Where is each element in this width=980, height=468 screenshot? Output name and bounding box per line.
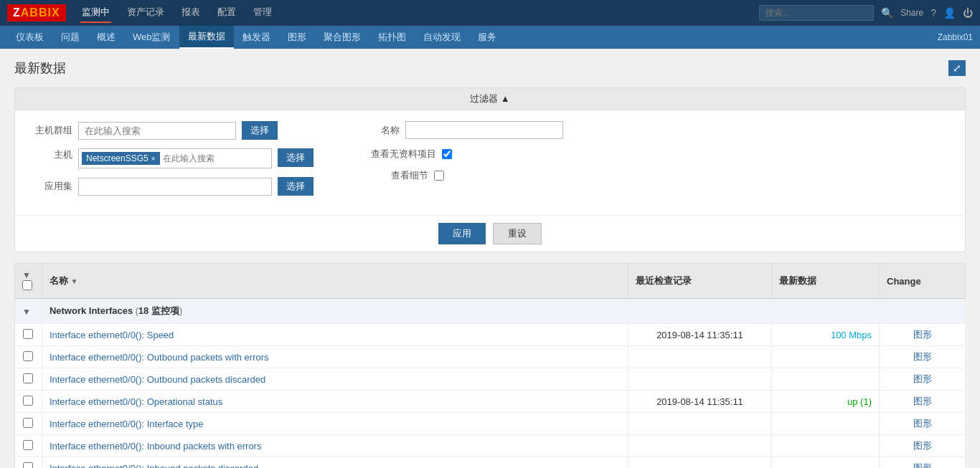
table-row: Interface ethernet0/0(): Inbound packets… (15, 435, 966, 457)
row-checkbox[interactable] (23, 351, 33, 361)
user-icon[interactable]: 👤 (943, 7, 956, 19)
row-name: Interface ethernet0/0(): Operational sta… (42, 391, 628, 413)
row-name-link[interactable]: Interface ethernet0/0(): Inbound packets… (50, 441, 262, 452)
row-change: 图形 (880, 457, 966, 469)
row-value: 100 Mbps (772, 324, 880, 346)
host-group-input[interactable] (78, 122, 236, 140)
tab-services[interactable]: 服务 (469, 27, 505, 48)
row-name-link[interactable]: Interface ethernet0/0(): Operational sta… (50, 396, 222, 407)
help-icon[interactable]: ? (930, 7, 936, 19)
share-button[interactable]: Share (900, 8, 923, 18)
sort-icon[interactable]: ▼ (71, 277, 78, 285)
filter-show-nodata-row: 查看无资料项目 (371, 148, 563, 161)
row-graph-link[interactable]: 图形 (913, 351, 932, 362)
filter-header[interactable]: 过滤器 ▲ (15, 88, 965, 110)
expand-button[interactable]: ⤢ (948, 60, 966, 76)
col-header-change: Change (880, 264, 966, 299)
tab-discovery[interactable]: 自动发现 (415, 27, 469, 48)
tab-screens[interactable]: 聚合图形 (315, 27, 369, 48)
name-input[interactable] (405, 121, 563, 139)
row-change: 图形 (880, 391, 966, 413)
nav-item-admin[interactable]: 管理 (252, 3, 273, 23)
group-name-cell: Network Interfaces (18 监控项) (42, 299, 965, 324)
tab-web[interactable]: Web监测 (124, 27, 179, 48)
tab-triggers[interactable]: 触发器 (234, 27, 279, 48)
row-graph-link[interactable]: 图形 (913, 396, 932, 406)
row-graph-link[interactable]: 图形 (913, 329, 932, 340)
row-value (772, 457, 880, 469)
top-nav-items: 监测中 资产记录 报表 配置 管理 (80, 3, 760, 23)
host-tag: NetscreenSSG5 × (82, 152, 160, 165)
tab-topology[interactable]: 拓扑图 (369, 27, 415, 48)
filter-right-section: 名称 查看无资料项目 查看细节 (371, 121, 563, 182)
filter-actions: 应用 重设 (15, 215, 965, 252)
app-select-button[interactable]: 选择 (278, 177, 314, 196)
row-lastcheck (628, 457, 772, 469)
tab-latest-data[interactable]: 最新数据 (179, 26, 234, 49)
row-graph-link[interactable]: 图形 (913, 462, 932, 468)
user-label: Zabbix01 (938, 32, 973, 42)
row-name-link[interactable]: Interface ethernet0/0(): Inbound packets… (50, 463, 258, 469)
filter-show-detail-row: 查看细节 (371, 169, 563, 182)
filter-section: 过滤器 ▲ 主机群组 选择 主机 Netsc (14, 87, 966, 252)
top-nav-right: 🔍 Share ? 👤 ⏻ (759, 5, 973, 21)
show-nodata-checkbox[interactable] (442, 149, 452, 159)
row-value (772, 346, 880, 368)
row-name: Interface ethernet0/0(): Inbound packets… (42, 435, 628, 457)
toggle-arrow-icon[interactable]: ▼ (22, 270, 31, 280)
nav-item-reports[interactable]: 报表 (180, 3, 202, 23)
host-search-input[interactable] (163, 152, 268, 165)
row-graph-link[interactable]: 图形 (913, 418, 932, 429)
row-graph-link[interactable]: 图形 (913, 440, 932, 451)
group-count: 18 监控项 (138, 305, 179, 316)
row-name-link[interactable]: Interface ethernet0/0(): Speed (50, 330, 174, 340)
apply-button[interactable]: 应用 (438, 223, 486, 244)
search-icon[interactable]: 🔍 (881, 7, 893, 19)
group-name: Network Interfaces (50, 305, 133, 316)
nav-item-monitor[interactable]: 监测中 (80, 3, 111, 23)
table-row: Interface ethernet0/0(): Interface type图… (15, 413, 966, 435)
row-name-link[interactable]: Interface ethernet0/0(): Outbound packet… (50, 352, 269, 363)
reset-button[interactable]: 重设 (493, 223, 542, 244)
row-checkbox[interactable] (23, 462, 33, 469)
tab-dashboard[interactable]: 仪表板 (7, 27, 52, 48)
host-select-button[interactable]: 选择 (278, 148, 314, 167)
filter-group-app: 应用集 选择 (29, 177, 314, 196)
row-checkbox[interactable] (23, 373, 33, 383)
nav-item-config[interactable]: 配置 (216, 3, 237, 23)
host-label: 主机 (29, 148, 72, 161)
col-header-name[interactable]: 名称 ▼ (42, 264, 628, 299)
host-group-select-button[interactable]: 选择 (242, 121, 278, 140)
row-name-link[interactable]: Interface ethernet0/0(): Interface type (50, 419, 204, 429)
table-row: Interface ethernet0/0(): Outbound packet… (15, 346, 966, 368)
row-checkbox[interactable] (23, 396, 33, 406)
tab-overview[interactable]: 概述 (88, 27, 124, 48)
row-graph-link[interactable]: 图形 (913, 373, 932, 384)
row-value (772, 368, 880, 391)
filter-group-host-group: 主机群组 选择 (29, 121, 314, 140)
host-tag-close[interactable]: × (151, 155, 156, 163)
row-checkbox-cell (15, 324, 42, 346)
table-row: Interface ethernet0/0(): Inbound packets… (15, 457, 966, 469)
row-checkbox[interactable] (23, 418, 33, 428)
logo[interactable]: ZABBIX (7, 4, 66, 22)
host-tag-input[interactable]: NetscreenSSG5 × (78, 148, 272, 168)
app-input[interactable] (78, 178, 272, 196)
nav-item-assets[interactable]: 资产记录 (126, 3, 166, 23)
page-title: 最新数据 (14, 59, 66, 77)
row-name: Interface ethernet0/0(): Interface type (42, 413, 628, 435)
logout-icon[interactable]: ⏻ (963, 7, 973, 19)
row-checkbox[interactable] (23, 440, 33, 450)
group-toggle-icon[interactable]: ▼ (22, 307, 31, 317)
row-lastcheck: 2019-08-14 11:35:11 (628, 324, 772, 346)
show-detail-checkbox[interactable] (434, 171, 444, 181)
row-name-link[interactable]: Interface ethernet0/0(): Outbound packet… (50, 374, 265, 385)
tab-graphs[interactable]: 图形 (279, 27, 315, 48)
top-navigation: ZABBIX 监测中 资产记录 报表 配置 管理 🔍 Share ? 👤 ⏻ (0, 0, 980, 26)
tab-problems[interactable]: 问题 (52, 27, 88, 48)
select-all-checkbox[interactable] (22, 280, 32, 290)
data-table: ▼ 名称 ▼ 最近检查记录 最新数据 Change ▼ Network Inte (14, 263, 966, 468)
row-change: 图形 (880, 368, 966, 391)
row-checkbox[interactable] (23, 329, 33, 339)
search-input[interactable] (759, 5, 874, 21)
